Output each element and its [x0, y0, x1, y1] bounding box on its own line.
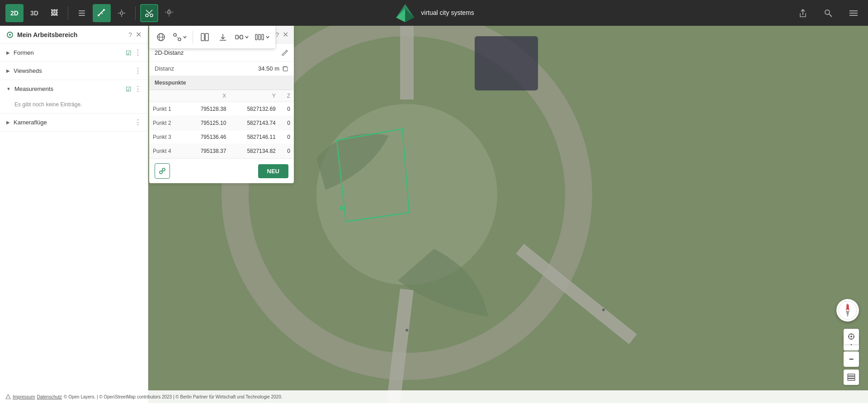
point-z: 0	[279, 116, 294, 130]
formen-label: Formen	[14, 49, 126, 56]
btn-measure-tool[interactable]	[93, 4, 111, 22]
viewsheds-dots[interactable]: ⋮	[134, 66, 142, 75]
panel-help-icon[interactable]: ?	[275, 31, 279, 38]
kamerafluege-actions: ⋮	[134, 118, 142, 127]
svg-text:!: !	[8, 396, 9, 399]
neu-button[interactable]: NEU	[258, 164, 288, 178]
sidebar-section-formen: ▶ Formen ☑ ⋮	[0, 44, 148, 62]
formen-dots[interactable]: ⋮	[134, 48, 142, 57]
point-name: Punkt 4	[149, 144, 184, 158]
viewsheds-actions: ⋮	[134, 66, 142, 75]
sidebar-section-viewsheds: ▶ Viewsheds ⋮	[0, 62, 148, 80]
svg-line-18	[149, 10, 152, 14]
sidebar-help-icon[interactable]: ?	[128, 31, 132, 38]
btn-share[interactable]	[794, 4, 812, 22]
point-name: Punkt 3	[149, 130, 184, 144]
svg-point-22	[169, 11, 170, 13]
location-btn[interactable]	[844, 329, 859, 344]
svg-marker-24	[396, 9, 405, 22]
btn-2d[interactable]: 2D	[5, 4, 24, 22]
sidebar-workspace-title: Mein Arbeitsbereich	[17, 31, 77, 38]
coord-table-header-row: X Y Z	[149, 90, 294, 102]
sec-btn-split[interactable]	[197, 29, 213, 45]
sidebar-section-kamerafluege: ▶ Kameraflüge ⋮	[0, 114, 148, 132]
panel-close-icon[interactable]: ✕	[283, 30, 288, 39]
copy-icon[interactable]	[282, 66, 288, 72]
table-row: Punkt 1 795128.38 5827132.69 0	[149, 102, 294, 116]
sidebar-section-header-measurements[interactable]: ▼ Measurements ☑ ⋮	[0, 80, 148, 98]
svg-rect-43	[262, 34, 264, 40]
svg-point-16	[120, 12, 123, 14]
table-row: Punkt 3 795136.46 5827146.11 0	[149, 130, 294, 144]
right-toolbar	[794, 4, 863, 22]
sec-btn-dots[interactable]	[253, 29, 272, 45]
distanz-value-text: 34.50 m	[258, 65, 279, 72]
measurements-checkbox[interactable]: ☑	[126, 85, 132, 93]
distanz-label: Distanz	[155, 65, 174, 72]
panel-header-icons: ? ✕	[275, 30, 288, 39]
btn-3d[interactable]: 3D	[25, 4, 43, 22]
sidebar-section-measurements: ▼ Measurements ☑ ⋮ Es gibt noch keine Ei…	[0, 80, 148, 114]
btn-search-top[interactable]	[819, 4, 837, 22]
extra-tools	[140, 4, 178, 22]
measurements-empty-text: Es gibt noch keine Einträge.	[0, 98, 148, 113]
formen-checkbox[interactable]: ☑	[126, 49, 132, 57]
datenschutz-link[interactable]: Datenschutz	[37, 394, 62, 399]
coord-table: X Y Z Punkt 1 795128.38 5827132.69 0 Pun…	[149, 90, 294, 158]
top-toolbar: 2D 3D 🖼	[0, 0, 868, 26]
btn-location-mark[interactable]	[160, 4, 178, 22]
sec-btn-globe[interactable]	[153, 29, 169, 45]
kamerafluege-dots[interactable]: ⋮	[134, 118, 142, 127]
measurements-dots[interactable]: ⋮	[134, 85, 142, 93]
compass[interactable]: N	[836, 299, 859, 322]
impressum-link[interactable]: Impressum	[13, 394, 35, 399]
attribution-text: © Open Layers. | © OpenStreetMap contrib…	[64, 394, 282, 399]
sec-btn-measure-dist[interactable]	[171, 29, 189, 45]
sidebar-section-header-viewsheds[interactable]: ▶ Viewsheds ⋮	[0, 62, 148, 80]
svg-point-10	[602, 308, 605, 311]
svg-point-60	[850, 336, 852, 337]
panel-edit-icon[interactable]	[280, 48, 288, 57]
messpunkte-label-text: Messpunkte	[155, 80, 186, 86]
col-z: Z	[279, 90, 294, 102]
sidebar-section-header-kamerafluege[interactable]: ▶ Kameraflüge ⋮	[0, 114, 148, 131]
measurements-label: Measurements	[14, 85, 126, 92]
svg-point-14	[98, 14, 99, 16]
svg-rect-41	[255, 34, 257, 40]
point-x: 795138.37	[184, 144, 230, 158]
svg-rect-38	[205, 33, 208, 41]
panel-footer: NEU	[149, 158, 294, 183]
kamerafluege-arrow: ▶	[6, 120, 10, 125]
svg-point-19	[146, 14, 148, 17]
btn-settings[interactable]	[113, 4, 131, 22]
btn-cut[interactable]	[140, 4, 158, 22]
warning-icon: !	[5, 394, 11, 399]
svg-line-27	[829, 14, 832, 17]
sidebar-title-area: Mein Arbeitsbereich	[6, 31, 77, 38]
sec-btn-flow[interactable]	[233, 29, 251, 45]
point-name: Punkt 2	[149, 116, 184, 130]
svg-line-53	[162, 171, 163, 171]
distanz-value: 34.50 m	[258, 65, 288, 72]
btn-hamburger[interactable]	[844, 4, 863, 22]
svg-text:N: N	[846, 303, 849, 308]
btn-layers-toolbar[interactable]	[73, 4, 91, 22]
measurements-actions: ☑ ⋮	[126, 85, 142, 93]
col-y: Y	[230, 90, 279, 102]
svg-rect-66	[848, 376, 855, 378]
point-x: 795125.10	[184, 116, 230, 130]
svg-rect-40	[240, 35, 243, 39]
divider-1	[68, 6, 68, 20]
sidebar-close-icon[interactable]: ✕	[136, 30, 142, 39]
btn-image[interactable]: 🖼	[45, 4, 63, 22]
sidebar-section-header-formen[interactable]: ▶ Formen ☑ ⋮	[0, 44, 148, 62]
sec-btn-download[interactable]	[215, 29, 231, 45]
measure-draw-btn[interactable]	[155, 163, 170, 179]
panel-sub-title-text: 2D-Distanz	[155, 49, 184, 56]
layers-btn[interactable]	[844, 370, 859, 385]
sec-divider-1	[193, 31, 193, 43]
svg-point-15	[103, 9, 105, 11]
zoom-out-btn[interactable]: −	[844, 351, 859, 367]
secondary-toolbar	[149, 26, 275, 48]
point-y: 5827143.74	[230, 116, 279, 130]
